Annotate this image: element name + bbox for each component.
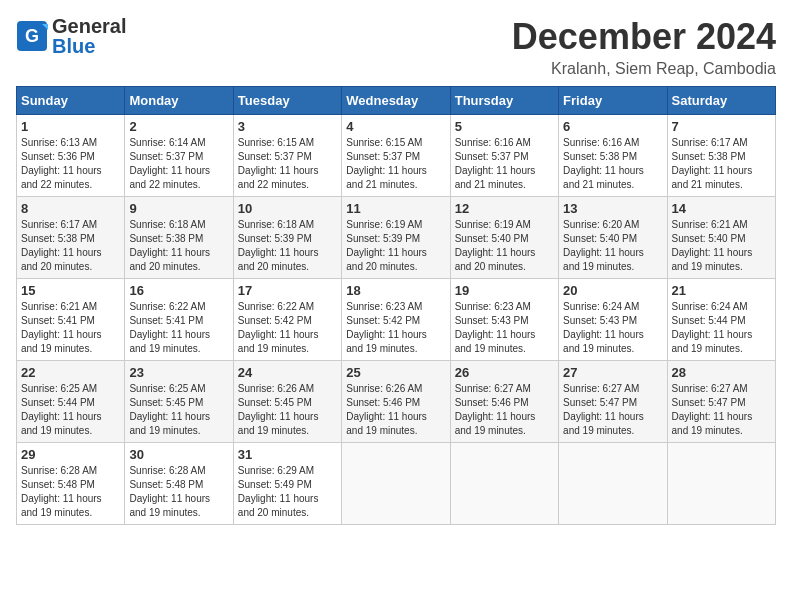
calendar-cell: 14 Sunrise: 6:21 AMSunset: 5:40 PMDaylig… bbox=[667, 197, 775, 279]
day-info: Sunrise: 6:15 AMSunset: 5:37 PMDaylight:… bbox=[346, 136, 445, 192]
calendar-cell: 6 Sunrise: 6:16 AMSunset: 5:38 PMDayligh… bbox=[559, 115, 667, 197]
day-info: Sunrise: 6:27 AMSunset: 5:47 PMDaylight:… bbox=[563, 382, 662, 438]
day-number: 1 bbox=[21, 119, 120, 134]
day-number: 31 bbox=[238, 447, 337, 462]
day-info: Sunrise: 6:28 AMSunset: 5:48 PMDaylight:… bbox=[129, 464, 228, 520]
calendar-cell: 17 Sunrise: 6:22 AMSunset: 5:42 PMDaylig… bbox=[233, 279, 341, 361]
calendar-cell bbox=[342, 443, 450, 525]
day-number: 2 bbox=[129, 119, 228, 134]
day-number: 18 bbox=[346, 283, 445, 298]
calendar-cell: 4 Sunrise: 6:15 AMSunset: 5:37 PMDayligh… bbox=[342, 115, 450, 197]
day-number: 13 bbox=[563, 201, 662, 216]
day-number: 26 bbox=[455, 365, 554, 380]
calendar-cell: 24 Sunrise: 6:26 AMSunset: 5:45 PMDaylig… bbox=[233, 361, 341, 443]
day-number: 23 bbox=[129, 365, 228, 380]
calendar-week-row: 1 Sunrise: 6:13 AMSunset: 5:36 PMDayligh… bbox=[17, 115, 776, 197]
calendar-cell: 18 Sunrise: 6:23 AMSunset: 5:42 PMDaylig… bbox=[342, 279, 450, 361]
day-info: Sunrise: 6:29 AMSunset: 5:49 PMDaylight:… bbox=[238, 464, 337, 520]
day-info: Sunrise: 6:23 AMSunset: 5:43 PMDaylight:… bbox=[455, 300, 554, 356]
day-number: 3 bbox=[238, 119, 337, 134]
calendar-week-row: 8 Sunrise: 6:17 AMSunset: 5:38 PMDayligh… bbox=[17, 197, 776, 279]
calendar-cell: 15 Sunrise: 6:21 AMSunset: 5:41 PMDaylig… bbox=[17, 279, 125, 361]
day-number: 21 bbox=[672, 283, 771, 298]
day-info: Sunrise: 6:18 AMSunset: 5:39 PMDaylight:… bbox=[238, 218, 337, 274]
day-info: Sunrise: 6:28 AMSunset: 5:48 PMDaylight:… bbox=[21, 464, 120, 520]
col-tuesday: Tuesday bbox=[233, 87, 341, 115]
day-number: 14 bbox=[672, 201, 771, 216]
day-number: 20 bbox=[563, 283, 662, 298]
day-number: 24 bbox=[238, 365, 337, 380]
calendar-cell: 2 Sunrise: 6:14 AMSunset: 5:37 PMDayligh… bbox=[125, 115, 233, 197]
day-number: 8 bbox=[21, 201, 120, 216]
day-number: 15 bbox=[21, 283, 120, 298]
calendar-header-row: Sunday Monday Tuesday Wednesday Thursday… bbox=[17, 87, 776, 115]
col-wednesday: Wednesday bbox=[342, 87, 450, 115]
calendar-cell bbox=[450, 443, 558, 525]
calendar-cell: 16 Sunrise: 6:22 AMSunset: 5:41 PMDaylig… bbox=[125, 279, 233, 361]
calendar-cell: 27 Sunrise: 6:27 AMSunset: 5:47 PMDaylig… bbox=[559, 361, 667, 443]
day-info: Sunrise: 6:18 AMSunset: 5:38 PMDaylight:… bbox=[129, 218, 228, 274]
day-info: Sunrise: 6:17 AMSunset: 5:38 PMDaylight:… bbox=[21, 218, 120, 274]
calendar-cell: 31 Sunrise: 6:29 AMSunset: 5:49 PMDaylig… bbox=[233, 443, 341, 525]
day-number: 25 bbox=[346, 365, 445, 380]
day-number: 19 bbox=[455, 283, 554, 298]
day-number: 7 bbox=[672, 119, 771, 134]
calendar-cell: 9 Sunrise: 6:18 AMSunset: 5:38 PMDayligh… bbox=[125, 197, 233, 279]
calendar-cell bbox=[559, 443, 667, 525]
calendar-cell: 28 Sunrise: 6:27 AMSunset: 5:47 PMDaylig… bbox=[667, 361, 775, 443]
day-info: Sunrise: 6:17 AMSunset: 5:38 PMDaylight:… bbox=[672, 136, 771, 192]
day-number: 17 bbox=[238, 283, 337, 298]
logo-general: General bbox=[52, 15, 126, 37]
col-friday: Friday bbox=[559, 87, 667, 115]
day-info: Sunrise: 6:25 AMSunset: 5:44 PMDaylight:… bbox=[21, 382, 120, 438]
logo: G General Blue bbox=[16, 16, 126, 56]
calendar-cell: 1 Sunrise: 6:13 AMSunset: 5:36 PMDayligh… bbox=[17, 115, 125, 197]
calendar-table: Sunday Monday Tuesday Wednesday Thursday… bbox=[16, 86, 776, 525]
calendar-week-row: 29 Sunrise: 6:28 AMSunset: 5:48 PMDaylig… bbox=[17, 443, 776, 525]
title-area: December 2024 Kralanh, Siem Reap, Cambod… bbox=[512, 16, 776, 78]
day-number: 30 bbox=[129, 447, 228, 462]
col-sunday: Sunday bbox=[17, 87, 125, 115]
location-subtitle: Kralanh, Siem Reap, Cambodia bbox=[512, 60, 776, 78]
calendar-cell: 13 Sunrise: 6:20 AMSunset: 5:40 PMDaylig… bbox=[559, 197, 667, 279]
day-info: Sunrise: 6:20 AMSunset: 5:40 PMDaylight:… bbox=[563, 218, 662, 274]
page-header: G General Blue December 2024 Kralanh, Si… bbox=[16, 16, 776, 78]
day-info: Sunrise: 6:15 AMSunset: 5:37 PMDaylight:… bbox=[238, 136, 337, 192]
day-number: 5 bbox=[455, 119, 554, 134]
day-info: Sunrise: 6:27 AMSunset: 5:46 PMDaylight:… bbox=[455, 382, 554, 438]
calendar-cell: 22 Sunrise: 6:25 AMSunset: 5:44 PMDaylig… bbox=[17, 361, 125, 443]
day-info: Sunrise: 6:24 AMSunset: 5:43 PMDaylight:… bbox=[563, 300, 662, 356]
calendar-cell: 20 Sunrise: 6:24 AMSunset: 5:43 PMDaylig… bbox=[559, 279, 667, 361]
day-info: Sunrise: 6:26 AMSunset: 5:45 PMDaylight:… bbox=[238, 382, 337, 438]
day-info: Sunrise: 6:19 AMSunset: 5:40 PMDaylight:… bbox=[455, 218, 554, 274]
calendar-cell: 11 Sunrise: 6:19 AMSunset: 5:39 PMDaylig… bbox=[342, 197, 450, 279]
calendar-cell: 12 Sunrise: 6:19 AMSunset: 5:40 PMDaylig… bbox=[450, 197, 558, 279]
logo-blue: Blue bbox=[52, 35, 95, 57]
calendar-cell: 7 Sunrise: 6:17 AMSunset: 5:38 PMDayligh… bbox=[667, 115, 775, 197]
day-number: 16 bbox=[129, 283, 228, 298]
day-number: 29 bbox=[21, 447, 120, 462]
day-number: 27 bbox=[563, 365, 662, 380]
calendar-cell: 19 Sunrise: 6:23 AMSunset: 5:43 PMDaylig… bbox=[450, 279, 558, 361]
calendar-week-row: 22 Sunrise: 6:25 AMSunset: 5:44 PMDaylig… bbox=[17, 361, 776, 443]
day-info: Sunrise: 6:23 AMSunset: 5:42 PMDaylight:… bbox=[346, 300, 445, 356]
day-info: Sunrise: 6:21 AMSunset: 5:41 PMDaylight:… bbox=[21, 300, 120, 356]
calendar-cell: 8 Sunrise: 6:17 AMSunset: 5:38 PMDayligh… bbox=[17, 197, 125, 279]
calendar-cell: 23 Sunrise: 6:25 AMSunset: 5:45 PMDaylig… bbox=[125, 361, 233, 443]
day-number: 9 bbox=[129, 201, 228, 216]
day-info: Sunrise: 6:21 AMSunset: 5:40 PMDaylight:… bbox=[672, 218, 771, 274]
day-info: Sunrise: 6:16 AMSunset: 5:37 PMDaylight:… bbox=[455, 136, 554, 192]
calendar-cell: 5 Sunrise: 6:16 AMSunset: 5:37 PMDayligh… bbox=[450, 115, 558, 197]
calendar-cell: 26 Sunrise: 6:27 AMSunset: 5:46 PMDaylig… bbox=[450, 361, 558, 443]
day-info: Sunrise: 6:27 AMSunset: 5:47 PMDaylight:… bbox=[672, 382, 771, 438]
svg-text:G: G bbox=[25, 26, 39, 46]
day-number: 12 bbox=[455, 201, 554, 216]
day-info: Sunrise: 6:19 AMSunset: 5:39 PMDaylight:… bbox=[346, 218, 445, 274]
day-info: Sunrise: 6:22 AMSunset: 5:42 PMDaylight:… bbox=[238, 300, 337, 356]
month-title: December 2024 bbox=[512, 16, 776, 58]
day-info: Sunrise: 6:25 AMSunset: 5:45 PMDaylight:… bbox=[129, 382, 228, 438]
day-number: 11 bbox=[346, 201, 445, 216]
logo-icon: G bbox=[16, 20, 48, 52]
day-info: Sunrise: 6:14 AMSunset: 5:37 PMDaylight:… bbox=[129, 136, 228, 192]
day-info: Sunrise: 6:24 AMSunset: 5:44 PMDaylight:… bbox=[672, 300, 771, 356]
